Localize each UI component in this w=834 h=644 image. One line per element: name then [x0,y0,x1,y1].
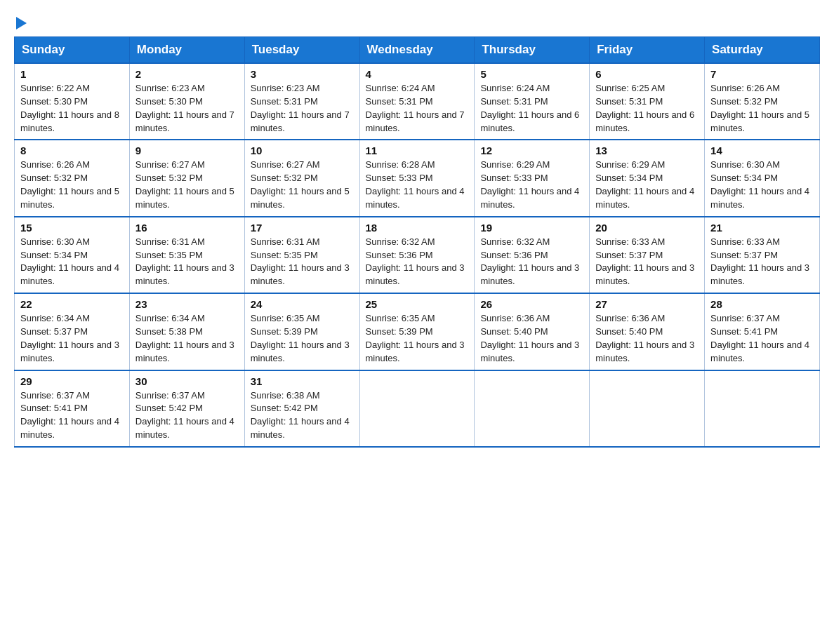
day-info: Sunrise: 6:26 AMSunset: 5:32 PMDaylight:… [20,159,119,210]
day-info: Sunrise: 6:29 AMSunset: 5:34 PMDaylight:… [595,159,694,210]
day-number: 18 [366,222,469,234]
day-info: Sunrise: 6:36 AMSunset: 5:40 PMDaylight:… [480,313,579,363]
calendar-week-1: 1 Sunrise: 6:22 AMSunset: 5:30 PMDayligh… [15,63,820,140]
calendar-week-4: 22 Sunrise: 6:34 AMSunset: 5:37 PMDaylig… [15,293,820,370]
day-number: 13 [595,145,699,156]
day-info: Sunrise: 6:27 AMSunset: 5:32 PMDaylight:… [251,159,350,210]
day-info: Sunrise: 6:25 AMSunset: 5:31 PMDaylight:… [595,83,694,133]
calendar-cell: 14 Sunrise: 6:30 AMSunset: 5:34 PMDaylig… [705,140,820,216]
calendar-cell: 26 Sunrise: 6:36 AMSunset: 5:40 PMDaylig… [475,293,590,370]
day-number: 19 [480,222,583,234]
day-number: 1 [20,68,124,80]
day-number: 11 [366,145,469,156]
day-number: 8 [20,145,124,156]
day-number: 4 [366,68,469,80]
day-info: Sunrise: 6:24 AMSunset: 5:31 PMDaylight:… [480,83,579,133]
day-number: 17 [251,222,354,234]
day-number: 7 [710,68,814,80]
day-number: 30 [135,375,239,387]
calendar-cell: 30 Sunrise: 6:37 AMSunset: 5:42 PMDaylig… [129,370,244,447]
day-number: 28 [710,298,814,310]
calendar-cell: 27 Sunrise: 6:36 AMSunset: 5:40 PMDaylig… [590,293,705,370]
calendar-week-5: 29 Sunrise: 6:37 AMSunset: 5:41 PMDaylig… [15,370,820,447]
calendar-cell: 28 Sunrise: 6:37 AMSunset: 5:41 PMDaylig… [705,293,820,370]
day-info: Sunrise: 6:29 AMSunset: 5:33 PMDaylight:… [480,159,579,210]
day-info: Sunrise: 6:37 AMSunset: 5:42 PMDaylight:… [135,390,234,441]
day-info: Sunrise: 6:35 AMSunset: 5:39 PMDaylight:… [366,313,465,363]
day-info: Sunrise: 6:33 AMSunset: 5:37 PMDaylight:… [710,236,809,287]
day-info: Sunrise: 6:30 AMSunset: 5:34 PMDaylight:… [20,236,119,287]
calendar-cell [475,370,590,447]
calendar-cell: 15 Sunrise: 6:30 AMSunset: 5:34 PMDaylig… [15,217,130,293]
calendar-cell: 4 Sunrise: 6:24 AMSunset: 5:31 PMDayligh… [359,63,475,140]
day-number: 21 [710,222,814,234]
calendar-cell: 18 Sunrise: 6:32 AMSunset: 5:36 PMDaylig… [359,217,475,293]
day-info: Sunrise: 6:32 AMSunset: 5:36 PMDaylight:… [480,236,579,287]
calendar-cell: 20 Sunrise: 6:33 AMSunset: 5:37 PMDaylig… [590,217,705,293]
header-wednesday: Wednesday [359,37,475,64]
day-number: 12 [480,145,583,156]
calendar-cell: 10 Sunrise: 6:27 AMSunset: 5:32 PMDaylig… [244,140,359,216]
day-info: Sunrise: 6:22 AMSunset: 5:30 PMDaylight:… [20,83,119,133]
day-info: Sunrise: 6:23 AMSunset: 5:31 PMDaylight:… [251,83,350,133]
calendar-cell: 13 Sunrise: 6:29 AMSunset: 5:34 PMDaylig… [590,140,705,216]
calendar-cell: 3 Sunrise: 6:23 AMSunset: 5:31 PMDayligh… [244,63,359,140]
logo-triangle-icon [16,17,27,29]
day-number: 6 [595,68,699,80]
day-number: 27 [595,298,699,310]
calendar-cell: 8 Sunrise: 6:26 AMSunset: 5:32 PMDayligh… [15,140,130,216]
day-number: 31 [251,375,354,387]
day-number: 23 [135,298,239,310]
header-tuesday: Tuesday [244,37,359,64]
day-info: Sunrise: 6:34 AMSunset: 5:37 PMDaylight:… [20,313,119,363]
day-info: Sunrise: 6:35 AMSunset: 5:39 PMDaylight:… [251,313,350,363]
day-number: 14 [710,145,814,156]
day-number: 24 [251,298,354,310]
day-info: Sunrise: 6:37 AMSunset: 5:41 PMDaylight:… [20,390,119,441]
calendar-cell: 2 Sunrise: 6:23 AMSunset: 5:30 PMDayligh… [129,63,244,140]
calendar-cell: 9 Sunrise: 6:27 AMSunset: 5:32 PMDayligh… [129,140,244,216]
calendar-cell [705,370,820,447]
calendar-cell: 16 Sunrise: 6:31 AMSunset: 5:35 PMDaylig… [129,217,244,293]
day-info: Sunrise: 6:34 AMSunset: 5:38 PMDaylight:… [135,313,234,363]
calendar-week-2: 8 Sunrise: 6:26 AMSunset: 5:32 PMDayligh… [15,140,820,216]
calendar-header-row: SundayMondayTuesdayWednesdayThursdayFrid… [15,37,820,64]
calendar-cell [590,370,705,447]
day-info: Sunrise: 6:37 AMSunset: 5:41 PMDaylight:… [710,313,809,363]
day-info: Sunrise: 6:32 AMSunset: 5:36 PMDaylight:… [366,236,465,287]
calendar-cell: 12 Sunrise: 6:29 AMSunset: 5:33 PMDaylig… [475,140,590,216]
logo [14,14,27,29]
day-number: 20 [595,222,699,234]
day-info: Sunrise: 6:28 AMSunset: 5:33 PMDaylight:… [366,159,465,210]
day-info: Sunrise: 6:24 AMSunset: 5:31 PMDaylight:… [366,83,465,133]
day-number: 3 [251,68,354,80]
calendar-cell: 22 Sunrise: 6:34 AMSunset: 5:37 PMDaylig… [15,293,130,370]
calendar-cell [359,370,475,447]
calendar-cell: 1 Sunrise: 6:22 AMSunset: 5:30 PMDayligh… [15,63,130,140]
day-number: 25 [366,298,469,310]
day-number: 9 [135,145,239,156]
calendar-cell: 24 Sunrise: 6:35 AMSunset: 5:39 PMDaylig… [244,293,359,370]
calendar-cell: 19 Sunrise: 6:32 AMSunset: 5:36 PMDaylig… [475,217,590,293]
calendar-cell: 7 Sunrise: 6:26 AMSunset: 5:32 PMDayligh… [705,63,820,140]
calendar-table: SundayMondayTuesdayWednesdayThursdayFrid… [14,36,820,448]
day-number: 5 [480,68,583,80]
day-number: 26 [480,298,583,310]
day-info: Sunrise: 6:23 AMSunset: 5:30 PMDaylight:… [135,83,234,133]
page-header [14,14,820,29]
calendar-cell: 29 Sunrise: 6:37 AMSunset: 5:41 PMDaylig… [15,370,130,447]
header-monday: Monday [129,37,244,64]
day-info: Sunrise: 6:33 AMSunset: 5:37 PMDaylight:… [595,236,694,287]
day-number: 16 [135,222,239,234]
day-info: Sunrise: 6:31 AMSunset: 5:35 PMDaylight:… [251,236,350,287]
day-info: Sunrise: 6:36 AMSunset: 5:40 PMDaylight:… [595,313,694,363]
calendar-cell: 25 Sunrise: 6:35 AMSunset: 5:39 PMDaylig… [359,293,475,370]
day-number: 22 [20,298,124,310]
day-info: Sunrise: 6:31 AMSunset: 5:35 PMDaylight:… [135,236,234,287]
calendar-cell: 11 Sunrise: 6:28 AMSunset: 5:33 PMDaylig… [359,140,475,216]
calendar-week-3: 15 Sunrise: 6:30 AMSunset: 5:34 PMDaylig… [15,217,820,293]
day-number: 29 [20,375,124,387]
calendar-cell: 21 Sunrise: 6:33 AMSunset: 5:37 PMDaylig… [705,217,820,293]
day-info: Sunrise: 6:30 AMSunset: 5:34 PMDaylight:… [710,159,809,210]
day-number: 15 [20,222,124,234]
